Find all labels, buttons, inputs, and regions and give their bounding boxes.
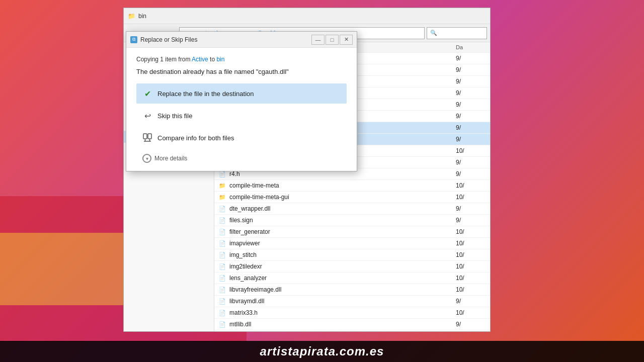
table-row[interactable]: 📄mtllib.dll 9/ bbox=[214, 319, 490, 330]
compare-option[interactable]: Compare info for both files bbox=[136, 128, 347, 148]
file-icon: 📄 bbox=[218, 216, 226, 224]
dialog-subtitle: Copying 1 item from Active to bin bbox=[136, 56, 347, 63]
svg-rect-1 bbox=[148, 134, 151, 139]
dialog-titlebar: ⧉ Replace or Skip Files — □ ✕ bbox=[126, 32, 357, 48]
dialog-title: Replace or Skip Files bbox=[140, 36, 197, 43]
explorer-titlebar: 📁 bin bbox=[124, 8, 490, 24]
svg-rect-0 bbox=[143, 134, 147, 139]
folder-icon: 📁 bbox=[218, 182, 226, 190]
active-link[interactable]: Active bbox=[192, 56, 208, 63]
explorer-title: bin bbox=[138, 13, 146, 20]
table-row[interactable]: 📄dte_wrapper.dll 9/ bbox=[214, 203, 490, 215]
table-row[interactable]: 📁compile-time-meta-gui 10/ bbox=[214, 192, 490, 203]
file-icon: 📄 bbox=[218, 228, 226, 236]
dialog-title-left: ⧉ Replace or Skip Files bbox=[130, 36, 197, 43]
file-icon: 📄 bbox=[218, 262, 226, 270]
compare-icon bbox=[142, 133, 152, 143]
table-row[interactable]: 📄files.sign 9/ bbox=[214, 215, 490, 226]
file-icon: 📄 bbox=[218, 251, 226, 259]
search-icon: 🔍 bbox=[430, 30, 437, 36]
more-details-button[interactable]: ▾ More details bbox=[136, 150, 347, 165]
watermark-text: artistapirata.com.es bbox=[260, 344, 384, 358]
skip-option[interactable]: ↩ Skip this file bbox=[136, 106, 347, 126]
dialog-description: The destination already has a file named… bbox=[136, 68, 347, 75]
table-row[interactable]: 📄libvraymdl.dll 9/ bbox=[214, 296, 490, 307]
folder-icon: 📁 bbox=[218, 193, 226, 201]
table-row[interactable]: 📄libvrayfreeimage.dll 10/ bbox=[214, 284, 490, 296]
replace-option-label: Replace the file in the destination bbox=[157, 90, 254, 98]
table-row[interactable]: 📄lens_analyzer 10/ bbox=[214, 273, 490, 284]
search-bar[interactable]: 🔍 bbox=[427, 27, 487, 39]
file-icon: 📄 bbox=[218, 239, 226, 247]
explorer-folder-icon: 📁 bbox=[128, 13, 135, 20]
watermark: artistapirata.com.es bbox=[0, 341, 644, 362]
file-icon: 📄 bbox=[218, 297, 226, 305]
replace-check-icon: ✔ bbox=[142, 88, 152, 99]
replace-skip-dialog: ⧉ Replace or Skip Files — □ ✕ Copying 1 … bbox=[126, 31, 357, 171]
table-row[interactable]: 📄img_stitch 10/ bbox=[214, 249, 490, 261]
more-details-label: More details bbox=[154, 155, 187, 162]
more-details-icon: ▾ bbox=[142, 154, 151, 163]
dialog-maximize-button[interactable]: □ bbox=[326, 35, 339, 45]
file-icon: 📄 bbox=[218, 320, 226, 328]
dialog-app-icon: ⧉ bbox=[130, 36, 137, 43]
bin-link[interactable]: bin bbox=[216, 56, 224, 63]
table-row[interactable]: 📁compile-time-meta 10/ bbox=[214, 180, 490, 192]
table-row[interactable]: 📄filter_generator 10/ bbox=[214, 226, 490, 238]
dialog-close-button[interactable]: ✕ bbox=[340, 35, 353, 45]
file-icon: 📄 bbox=[218, 309, 226, 317]
file-icon: 📄 bbox=[218, 205, 226, 213]
replace-option[interactable]: ✔ Replace the file in the destination bbox=[136, 83, 347, 104]
dialog-body: Copying 1 item from Active to bin The de… bbox=[126, 48, 357, 171]
file-icon: 📄 bbox=[218, 286, 226, 294]
dialog-window-controls: — □ ✕ bbox=[311, 35, 353, 45]
compare-option-label: Compare info for both files bbox=[157, 134, 234, 142]
skip-icon: ↩ bbox=[142, 111, 152, 121]
skip-option-label: Skip this file bbox=[157, 112, 192, 120]
dialog-minimize-button[interactable]: — bbox=[311, 35, 325, 45]
file-icon: 📄 bbox=[218, 274, 226, 282]
table-row[interactable]: 📄matrix33.h 10/ bbox=[214, 307, 490, 319]
table-row[interactable]: 📄img2tiledexr 10/ bbox=[214, 261, 490, 273]
table-row[interactable]: 📄imapviewer 10/ bbox=[214, 238, 490, 249]
